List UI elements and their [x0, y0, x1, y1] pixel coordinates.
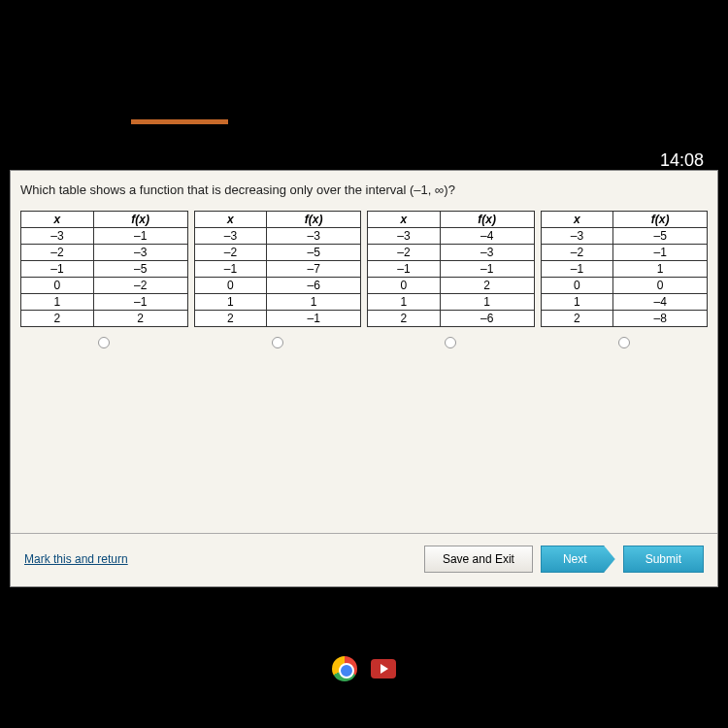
col-x: x: [194, 212, 267, 228]
radio-b[interactable]: [272, 337, 283, 348]
option-b: xf(x) –3–3 –2–5 –1–7 0–6 11 2–1: [194, 211, 362, 348]
answer-options: xf(x) –3–1 –2–3 –1–5 0–2 1–1 22 xf(x) –3…: [20, 211, 708, 348]
submit-button[interactable]: Submit: [623, 546, 704, 573]
col-fx: f(x): [440, 212, 534, 228]
table-d: xf(x) –3–5 –2–1 –11 00 1–4 2–8: [541, 211, 709, 327]
tab-indicator: [131, 119, 228, 124]
table-b: xf(x) –3–3 –2–5 –1–7 0–6 11 2–1: [194, 211, 362, 327]
table-a: xf(x) –3–1 –2–3 –1–5 0–2 1–1 22: [20, 211, 188, 327]
mark-return-link[interactable]: Mark this and return: [24, 552, 416, 566]
option-d: xf(x) –3–5 –2–1 –11 00 1–4 2–8: [541, 211, 709, 348]
clock: 14:08: [660, 150, 704, 171]
footer-bar: Mark this and return Save and Exit Next …: [11, 533, 717, 577]
col-x: x: [541, 212, 613, 228]
taskbar: [0, 644, 728, 694]
radio-d[interactable]: [618, 337, 630, 348]
radio-c[interactable]: [445, 337, 456, 348]
col-x: x: [368, 212, 441, 228]
option-c: xf(x) –3–4 –2–3 –1–1 02 11 2–6: [367, 211, 535, 348]
col-x: x: [21, 212, 94, 228]
chrome-icon[interactable]: [332, 656, 357, 681]
youtube-icon[interactable]: [371, 659, 396, 678]
save-exit-button[interactable]: Save and Exit: [424, 546, 533, 573]
radio-a[interactable]: [98, 337, 110, 348]
col-fx: f(x): [93, 212, 187, 228]
col-fx: f(x): [267, 212, 361, 228]
quiz-panel: Which table shows a function that is dec…: [10, 170, 718, 587]
col-fx: f(x): [613, 212, 708, 228]
option-a: xf(x) –3–1 –2–3 –1–5 0–2 1–1 22: [20, 211, 188, 348]
question-text: Which table shows a function that is dec…: [20, 182, 708, 197]
table-c: xf(x) –3–4 –2–3 –1–1 02 11 2–6: [367, 211, 535, 327]
next-button[interactable]: Next: [541, 546, 615, 573]
